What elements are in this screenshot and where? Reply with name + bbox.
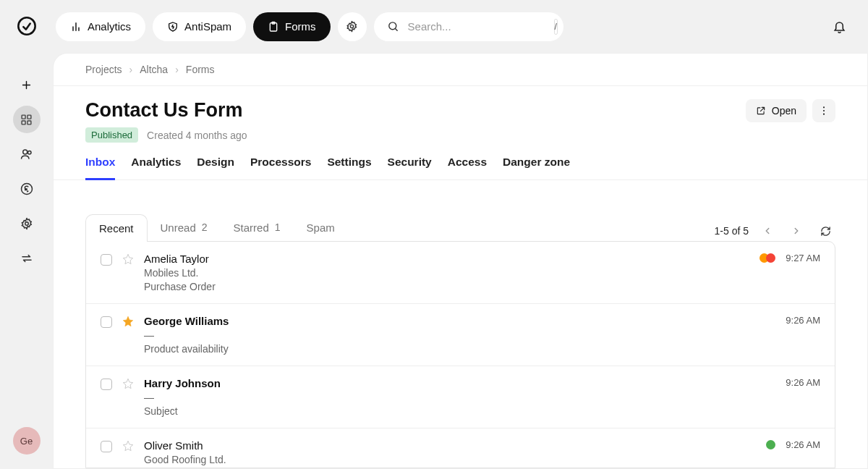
analytics-icon: [70, 21, 82, 33]
tab-danger[interactable]: Danger zone: [503, 156, 570, 179]
notifications-button[interactable]: [825, 12, 854, 41]
filter-label: Starred: [234, 221, 269, 234]
tab-inbox[interactable]: Inbox: [85, 156, 115, 180]
gear-icon: [346, 20, 358, 33]
tab-settings[interactable]: Settings: [327, 156, 371, 179]
message-sender: Amelia Taylor: [144, 253, 749, 265]
external-link-icon: [756, 106, 766, 116]
message-subject: Subject: [144, 405, 765, 417]
message-row[interactable]: Oliver Smith Good Roofing Ltd. Problems …: [86, 428, 835, 468]
chevron-right-icon: [791, 226, 801, 236]
sidebar-item-new[interactable]: [13, 71, 41, 98]
row-checkbox[interactable]: [101, 379, 112, 390]
search-icon: [387, 20, 399, 33]
message-row[interactable]: Harry Johnson — Subject 9:26 AM: [86, 366, 835, 428]
filter-label: Unread: [161, 221, 196, 234]
star-icon[interactable]: [122, 440, 134, 452]
tab-security[interactable]: Security: [388, 156, 432, 179]
sidebar-item-billing[interactable]: [13, 175, 41, 203]
created-text: Created 4 months ago: [147, 130, 247, 141]
status-dot: [766, 440, 775, 449]
row-checkbox[interactable]: [101, 316, 112, 328]
message-company: —: [144, 392, 765, 403]
search-box[interactable]: /: [374, 12, 563, 41]
status-badge: Published: [85, 127, 138, 143]
filter-count: 2: [202, 221, 208, 233]
message-subject: Purchase Order: [144, 281, 749, 292]
chevron-right-icon: ›: [129, 64, 133, 75]
tab-design[interactable]: Design: [197, 156, 234, 179]
star-icon[interactable]: [122, 378, 134, 389]
svg-rect-3: [22, 120, 25, 124]
filter-label: Spam: [307, 221, 335, 234]
bell-icon: [833, 20, 846, 33]
avatar[interactable]: Ge: [13, 427, 41, 455]
filter-spam[interactable]: Spam: [294, 214, 348, 241]
refresh-icon: [820, 226, 831, 237]
page-title: Contact Us Form: [85, 99, 247, 122]
tab-analytics[interactable]: Analytics: [131, 156, 181, 179]
row-checkbox[interactable]: [101, 441, 112, 452]
message-row[interactable]: Amelia Taylor Mobiles Ltd. Purchase Orde…: [86, 242, 835, 304]
message-time: 9:26 AM: [786, 439, 820, 450]
sidebar-item-transfer[interactable]: [13, 245, 41, 272]
row-checkbox[interactable]: [101, 254, 112, 266]
sidebar-item-settings[interactable]: [13, 210, 41, 237]
nav-analytics[interactable]: Analytics: [56, 12, 145, 41]
message-sender: George Williams: [144, 315, 765, 327]
message-company: Good Roofing Ltd.: [144, 454, 756, 465]
message-sender: Oliver Smith: [144, 439, 756, 452]
svg-rect-2: [27, 115, 31, 119]
svg-point-14: [823, 110, 825, 111]
settings-button[interactable]: [338, 12, 367, 41]
logo[interactable]: [17, 16, 37, 36]
sidebar-item-apps[interactable]: [13, 106, 41, 133]
crumb-item[interactable]: Forms: [186, 64, 215, 75]
svg-rect-4: [27, 120, 31, 124]
message-row[interactable]: George Williams — Product availability 9…: [86, 304, 835, 366]
message-company: —: [144, 329, 765, 341]
breadcrumb: Projects › Altcha › Forms: [54, 54, 867, 86]
status-dot: [766, 253, 775, 263]
chevron-left-icon: [762, 226, 773, 236]
sidebar-item-users[interactable]: [13, 140, 41, 168]
svg-point-6: [27, 151, 31, 155]
nav-label: AntiSpam: [184, 20, 231, 33]
svg-point-0: [18, 17, 35, 34]
tab-access[interactable]: Access: [448, 156, 487, 179]
svg-point-15: [823, 114, 825, 115]
shield-icon: [167, 21, 179, 33]
side-rail: Ge: [0, 0, 53, 469]
search-kbd: /: [554, 19, 558, 35]
message-time: 9:26 AM: [786, 377, 820, 388]
refresh-button[interactable]: [815, 221, 835, 241]
pager-text: 1-5 of 5: [715, 225, 749, 237]
filter-recent[interactable]: Recent: [85, 214, 148, 242]
crumb-item[interactable]: Altcha: [140, 64, 168, 75]
search-input[interactable]: [408, 20, 545, 33]
message-sender: Harry Johnson: [144, 377, 765, 389]
svg-point-5: [22, 150, 27, 154]
pager-next[interactable]: [786, 221, 807, 241]
filter-tabs: Recent Unread 2 Starred 1 Spam: [85, 214, 348, 241]
tab-processors[interactable]: Processors: [250, 156, 311, 179]
more-button[interactable]: [812, 99, 835, 122]
message-subject: Product availability: [144, 343, 765, 355]
open-button[interactable]: Open: [746, 99, 807, 122]
star-icon[interactable]: [122, 316, 134, 327]
nav-forms[interactable]: Forms: [253, 12, 331, 41]
topbar: Analytics AntiSpam Forms: [53, 0, 868, 53]
nav-antispam[interactable]: AntiSpam: [153, 12, 246, 41]
chevron-right-icon: ›: [175, 64, 179, 75]
crumb-item[interactable]: Projects: [85, 64, 122, 75]
clipboard-icon: [268, 21, 279, 33]
filter-starred[interactable]: Starred 1: [221, 214, 294, 241]
star-icon[interactable]: [122, 253, 134, 265]
message-list: Amelia Taylor Mobiles Ltd. Purchase Orde…: [85, 241, 835, 468]
open-label: Open: [772, 105, 796, 117]
filter-unread[interactable]: Unread 2: [148, 214, 221, 241]
message-company: Mobiles Ltd.: [144, 267, 749, 279]
pager-prev[interactable]: [757, 221, 778, 241]
status-dots: [766, 440, 775, 449]
filter-label: Recent: [99, 222, 134, 234]
